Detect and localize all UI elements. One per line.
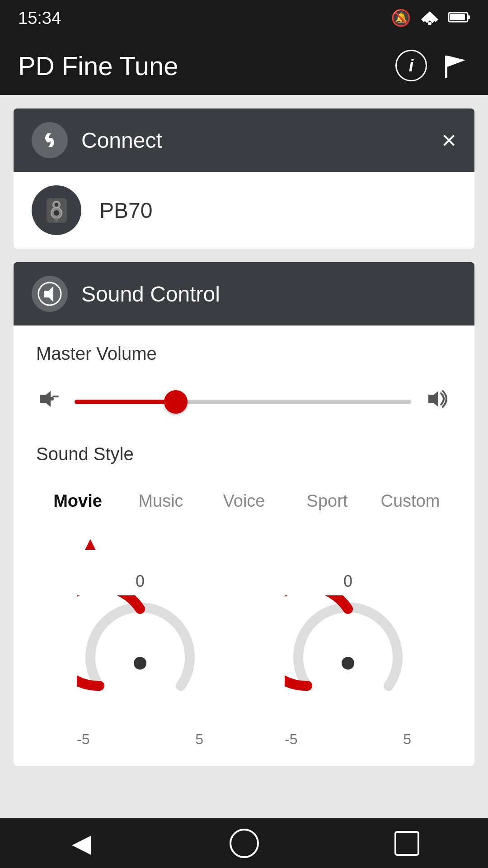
speaker-icon	[42, 196, 71, 225]
knob-2-wrapper: 0 -5 5	[285, 572, 411, 748]
tab-sport[interactable]: Sport	[286, 487, 369, 515]
device-name: PB70	[99, 198, 152, 223]
knobs-container: 0 -5 5 0	[36, 563, 452, 748]
flag-icon	[441, 51, 470, 80]
svg-point-11	[55, 203, 58, 207]
app-header: PD Fine Tune i	[0, 36, 488, 95]
knob-1-wrapper: 0 -5 5	[77, 572, 203, 748]
knob-2-max: 5	[403, 731, 411, 748]
battery-icon	[448, 9, 470, 28]
sound-icon-wrapper	[32, 276, 68, 312]
sound-body: Master Volume	[14, 326, 474, 766]
knob-1-max: 5	[195, 731, 203, 748]
knob-1-labels: -5 5	[77, 731, 203, 748]
sound-control-card: Sound Control Master Volume	[14, 262, 474, 766]
svg-rect-8	[47, 139, 52, 141]
status-bar: 15:34 🔕	[0, 0, 488, 36]
svg-point-19	[50, 397, 54, 401]
svg-rect-6	[445, 56, 447, 78]
status-time: 15:34	[18, 9, 61, 28]
connect-close-button[interactable]: ×	[441, 127, 456, 153]
header-actions: i	[395, 50, 470, 81]
connect-title: Connect	[81, 128, 162, 153]
back-button[interactable]: ◀	[54, 825, 108, 861]
home-icon	[230, 829, 259, 858]
svg-rect-4	[468, 15, 470, 19]
knob-1[interactable]	[77, 595, 203, 722]
svg-marker-16	[44, 286, 53, 302]
knob-2[interactable]	[285, 595, 411, 722]
svg-marker-7	[447, 56, 465, 67]
knob-1-min: -5	[77, 731, 89, 748]
connect-header-left: Connect	[32, 122, 162, 158]
sound-card-header: Sound Control	[14, 262, 474, 326]
knob-2-value: 0	[343, 572, 352, 591]
connect-body: PB70	[14, 172, 474, 249]
device-row[interactable]: PB70	[32, 185, 456, 235]
active-indicator: ▲	[36, 533, 452, 554]
svg-rect-5	[450, 14, 465, 20]
connect-card-header: Connect ×	[14, 108, 474, 172]
sound-title: Sound Control	[81, 282, 220, 307]
back-icon: ◀	[72, 829, 91, 858]
sound-style-label: Sound Style	[36, 444, 452, 464]
svg-point-21	[134, 657, 146, 670]
svg-point-13	[54, 210, 59, 216]
flag-button[interactable]	[441, 51, 470, 80]
knob-2-min: -5	[285, 731, 297, 748]
home-button[interactable]	[217, 825, 271, 861]
connect-card: Connect × PB70	[14, 108, 474, 249]
link-icon	[38, 129, 61, 151]
volume-thumb[interactable]	[164, 390, 188, 414]
tab-voice[interactable]: Voice	[202, 487, 286, 515]
main-content: Connect × PB70	[0, 95, 488, 818]
svg-point-2	[428, 22, 432, 25]
recents-icon	[394, 831, 419, 856]
tab-custom[interactable]: Custom	[369, 487, 452, 515]
wifi-icon	[420, 8, 439, 29]
info-button[interactable]: i	[395, 50, 427, 81]
knob-2-labels: -5 5	[285, 731, 411, 748]
tab-movie[interactable]: Movie	[36, 487, 119, 515]
app-title: PD Fine Tune	[18, 51, 178, 81]
info-icon: i	[395, 50, 427, 81]
master-volume-label: Master Volume	[36, 344, 452, 364]
svg-point-14	[55, 218, 58, 222]
bottom-nav: ◀	[0, 818, 488, 868]
volume-row	[36, 387, 452, 417]
svg-marker-20	[428, 391, 438, 407]
volume-high-icon	[425, 387, 452, 417]
svg-point-22	[342, 657, 354, 670]
status-icons: 🔕	[391, 8, 470, 29]
volume-slider[interactable]	[75, 400, 411, 404]
tab-music[interactable]: Music	[119, 487, 202, 515]
style-tabs: Movie Music Voice Sport Custom	[36, 487, 452, 515]
active-arrow-icon: ▲	[81, 533, 99, 554]
device-icon	[32, 185, 81, 235]
sound-header-left: Sound Control	[32, 276, 220, 312]
speaker-wave-icon	[38, 282, 62, 307]
connect-icon	[32, 122, 68, 158]
volume-low-icon	[36, 387, 61, 417]
recents-button[interactable]	[380, 825, 434, 861]
volume-fill	[75, 400, 176, 404]
mute-icon: 🔕	[391, 9, 411, 28]
knob-1-value: 0	[136, 572, 145, 591]
svg-marker-17	[40, 391, 51, 407]
